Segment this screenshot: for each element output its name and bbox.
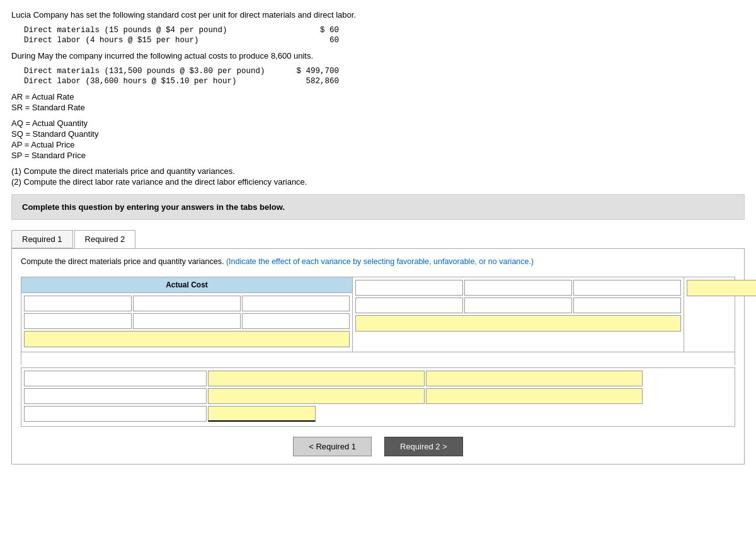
middle-right-row-1 bbox=[687, 280, 756, 296]
tab-required-1[interactable]: Required 1 bbox=[11, 230, 73, 248]
intro-paragraph: Lucia Company has set the following stan… bbox=[11, 10, 745, 20]
actual-cell-2-2[interactable] bbox=[133, 313, 241, 329]
lower-row-3 bbox=[24, 406, 732, 422]
tab-instruction-main: Compute the direct materials price and q… bbox=[21, 257, 224, 266]
mid-cell-1-2[interactable] bbox=[464, 280, 572, 296]
nav-buttons-row: < Required 1 Required 2 > bbox=[21, 437, 735, 456]
actual-cell-1-3[interactable] bbox=[242, 296, 350, 311]
mid-cell-1-1[interactable] bbox=[355, 280, 463, 296]
actual-cell-2-1[interactable] bbox=[24, 313, 132, 329]
abbrev-sq: SQ = Standard Quantity bbox=[11, 129, 745, 139]
prev-button[interactable]: < Required 1 bbox=[293, 437, 372, 456]
actual-cost-table: Direct materials (131,500 pounds @ $3.80… bbox=[24, 67, 745, 86]
variance-computation-grid: Actual Cost bbox=[21, 277, 735, 427]
mid-cell-2-3[interactable] bbox=[573, 297, 681, 313]
actual-cell-1-1[interactable] bbox=[24, 296, 132, 311]
lower-row-2 bbox=[24, 388, 732, 404]
lower-cell-2-1[interactable] bbox=[208, 388, 425, 404]
lower-cell-1-2[interactable] bbox=[426, 371, 643, 386]
tab-required-2[interactable]: Required 2 bbox=[74, 230, 136, 248]
actual-labor-label: Direct labor (38,600 hours @ $15.10 per … bbox=[24, 77, 289, 86]
labor-label: Direct labor (4 hours @ $15 per hour) bbox=[24, 36, 289, 45]
mid-cell-2-1[interactable] bbox=[355, 297, 463, 313]
middle-variance-section bbox=[353, 277, 756, 352]
middle-top-rows bbox=[353, 277, 756, 352]
abbreviations-section: AR = Actual Rate SR = Standard Rate bbox=[11, 92, 745, 112]
tab-instruction-highlight: (Indicate the effect of each variance by… bbox=[226, 257, 534, 266]
mid-cell-2-2[interactable] bbox=[464, 297, 572, 313]
actual-materials-label: Direct materials (131,500 pounds @ $3.80… bbox=[24, 67, 289, 76]
abbrev-ar: AR = Actual Rate bbox=[11, 92, 745, 101]
lower-cell-1-1[interactable] bbox=[208, 371, 425, 386]
middle-left-row-1 bbox=[355, 280, 681, 296]
instruction-2: (2) Compute the direct labor rate varian… bbox=[11, 177, 745, 187]
mid-right-cell-1[interactable] bbox=[687, 280, 756, 296]
abbrev-sp: SP = Standard Price bbox=[11, 151, 745, 160]
mid-cell-3-1[interactable] bbox=[355, 315, 681, 332]
actual-labor-value: 582,860 bbox=[289, 77, 339, 86]
materials-value: $ 60 bbox=[289, 26, 339, 35]
actual-cell-2-3[interactable] bbox=[242, 313, 350, 329]
abbrev-aq: AQ = Actual Quantity bbox=[11, 118, 745, 128]
lower-cell-3-1[interactable] bbox=[208, 406, 316, 422]
instructions-section: (1) Compute the direct materials price a… bbox=[11, 166, 745, 187]
page-container: Lucia Company has set the following stan… bbox=[0, 0, 756, 475]
lower-label-1[interactable] bbox=[24, 371, 207, 386]
actual-cost-header: Actual Cost bbox=[21, 277, 352, 293]
actual-cost-block: Actual Cost bbox=[21, 277, 353, 352]
lower-label-3[interactable] bbox=[24, 406, 207, 422]
next-button[interactable]: Required 2 > bbox=[384, 437, 463, 456]
abbrev-ap: AP = Actual Price bbox=[11, 140, 745, 149]
abbrev-sr: SR = Standard Rate bbox=[11, 103, 745, 112]
middle-left-row-2 bbox=[355, 297, 681, 313]
gray-instruction-text: Complete this question by entering your … bbox=[22, 202, 285, 212]
lower-label-2[interactable] bbox=[24, 388, 207, 404]
abbreviations-section-2: AQ = Actual Quantity SQ = Standard Quant… bbox=[11, 118, 745, 160]
tab-content-area: Compute the direct materials price and q… bbox=[11, 248, 745, 465]
standard-cost-table: Direct materials (15 pounds @ $4 per pou… bbox=[24, 26, 745, 45]
tabs-row: Required 1 Required 2 bbox=[11, 230, 745, 248]
actual-row-1 bbox=[24, 296, 350, 311]
middle-left-row-3 bbox=[355, 315, 681, 332]
actual-row-2 bbox=[24, 313, 350, 329]
middle-right-block bbox=[684, 277, 756, 352]
lower-cell-2-2[interactable] bbox=[426, 388, 643, 404]
actual-row-3 bbox=[24, 331, 350, 347]
variance-top-area: Actual Cost bbox=[21, 277, 735, 352]
may-paragraph: During May the company incurred the foll… bbox=[11, 51, 745, 61]
mid-cell-1-3[interactable] bbox=[573, 280, 681, 296]
labor-value: 60 bbox=[289, 36, 339, 45]
lower-row-1 bbox=[24, 371, 732, 386]
tab-instruction: Compute the direct materials price and q… bbox=[21, 257, 735, 268]
actual-cell-1-2[interactable] bbox=[133, 296, 241, 311]
actual-materials-value: $ 499,700 bbox=[289, 67, 339, 76]
actual-cell-3-1[interactable] bbox=[24, 331, 350, 347]
actual-cost-body bbox=[21, 293, 352, 352]
lower-variance-area bbox=[21, 367, 735, 427]
middle-left-block bbox=[353, 277, 684, 352]
materials-label: Direct materials (15 pounds @ $4 per pou… bbox=[24, 26, 289, 35]
spacer-row bbox=[21, 352, 735, 365]
instruction-1: (1) Compute the direct materials price a… bbox=[11, 166, 745, 176]
gray-instruction-box: Complete this question by entering your … bbox=[11, 194, 745, 220]
